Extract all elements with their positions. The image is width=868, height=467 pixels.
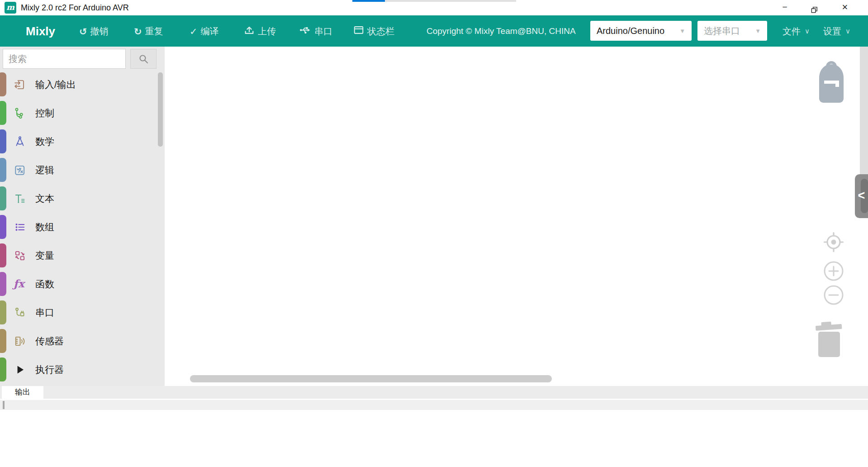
restore-icon [811,6,818,14]
upload-icon [244,24,255,38]
check-icon: ✓ [190,26,198,36]
search-icon [138,54,148,64]
right-panel-toggle[interactable]: < [855,174,868,218]
board-selector-value: Arduino/Genuino [597,26,664,36]
category-label: 函数 [35,278,54,291]
category-item-array[interactable]: 数组 [0,213,165,241]
chevron-down-icon: ▼ [679,28,685,34]
category-color-bar [0,329,6,353]
chevron-down-icon: ∨ [845,27,850,35]
array-list-icon [14,221,26,234]
category-color-bar [0,215,6,239]
backpack-icon[interactable] [818,60,845,105]
tab-output[interactable]: 输出 [2,386,43,399]
redo-icon: ↻ [134,26,142,36]
category-item-serial[interactable]: 串口 [0,298,165,327]
trash-icon[interactable] [815,320,843,360]
text-icon [14,192,26,205]
category-item-function[interactable]: ƒx 函数 [0,270,165,298]
output-panel[interactable] [0,399,868,467]
restore-button[interactable] [804,0,825,15]
category-label: 输入/输出 [35,78,76,91]
port-selector[interactable]: 选择串口 ▼ [697,21,767,41]
right-panel-strip [860,47,868,174]
category-label: 控制 [35,107,54,119]
settings-menu-label: 设置 [823,25,841,37]
category-item-actuator[interactable]: 执行器 [0,355,165,384]
category-item-io[interactable]: 输入/输出 [0,70,165,99]
zoom-out-button[interactable] [823,285,844,305]
usb-serial-icon [299,24,311,38]
compile-label: 编译 [201,25,219,37]
statusbar-icon [353,24,364,38]
upload-button[interactable]: 上传 [244,24,276,38]
search-button[interactable] [130,49,157,69]
category-color-bar [0,101,6,125]
category-item-text[interactable]: 文本 [0,184,165,213]
output-line [0,400,868,410]
blockly-workspace[interactable]: < [165,47,868,386]
chevron-left-icon: < [855,174,868,218]
actuator-play-icon [14,363,26,376]
category-label: 文本 [35,192,54,205]
category-color-bar [0,129,6,153]
category-color-bar [0,72,6,96]
compile-button[interactable]: ✓ 编译 [190,25,219,37]
redo-label: 重复 [145,25,163,37]
category-label: 数学 [35,135,54,148]
serial-label: 串口 [314,25,332,37]
board-selector[interactable]: Arduino/Genuino ▼ [590,21,692,41]
control-icon [14,107,26,119]
category-color-bar [0,272,6,296]
statusbar-button[interactable]: 状态栏 [353,24,394,38]
loading-progress-bar [352,0,516,2]
chevron-down-icon: ▼ [755,28,761,34]
serial-button[interactable]: 串口 [299,24,332,38]
category-color-bar [0,300,6,324]
canvas-horizontal-scrollbar[interactable] [190,375,552,382]
app-title: Mixly 2.0 rc2 For Arduino AVR [21,0,129,15]
math-compass-icon [14,135,26,148]
category-label: 变量 [35,249,54,262]
app-window: { "titlebar": { "app_title": "Mixly 2.0 … [0,0,868,467]
category-item-sensor[interactable]: 传感器 [0,327,165,355]
category-item-variable[interactable]: 变量 [0,241,165,270]
undo-label: 撤销 [90,25,109,37]
app-logo-icon: m [5,2,16,14]
variable-swap-icon [14,249,26,262]
category-label: 数组 [35,221,54,234]
sidebar: 输入/输出 控制 [0,47,165,386]
function-fx-icon: ƒx [14,278,26,291]
category-color-bar [0,243,6,267]
category-label: 传感器 [35,335,64,348]
settings-menu[interactable]: 设置 ∨ [823,25,850,37]
category-color-bar [0,357,6,381]
zoom-in-button[interactable] [823,261,844,281]
toolbar: Mixly ↺ 撤销 ↻ 重复 ✓ 编译 上传 串口 [0,15,868,47]
sensor-icon [14,335,26,348]
output-tabbar: 输出 [0,386,868,399]
output-cursor [3,401,5,409]
category-item-math[interactable]: 数学 [0,127,165,156]
category-color-bar [0,158,6,182]
center-view-button[interactable] [823,232,844,253]
serial-cable-icon [14,306,26,319]
copyright-text: Copyright © Mixly Team@BNU, CHINA [427,26,576,36]
loading-progress-fill [352,0,385,2]
minimize-button[interactable]: − [774,0,795,15]
category-item-logic[interactable]: 逻辑 [0,156,165,184]
block-categories: 输入/输出 控制 [0,70,165,384]
category-item-control[interactable]: 控制 [0,99,165,127]
undo-button[interactable]: ↺ 撤销 [79,25,109,37]
logic-icon [14,164,26,176]
file-menu[interactable]: 文件 ∨ [783,25,810,37]
undo-icon: ↺ [79,26,87,36]
input-output-icon [14,78,26,91]
titlebar: m Mixly 2.0 rc2 For Arduino AVR − × [0,0,868,15]
search-input[interactable] [3,49,126,69]
close-button[interactable]: × [835,0,855,15]
redo-button[interactable]: ↻ 重复 [134,25,163,37]
sidebar-scrollbar[interactable] [158,72,163,147]
port-selector-placeholder: 选择串口 [704,25,740,37]
brand-logo[interactable]: Mixly [26,24,55,38]
